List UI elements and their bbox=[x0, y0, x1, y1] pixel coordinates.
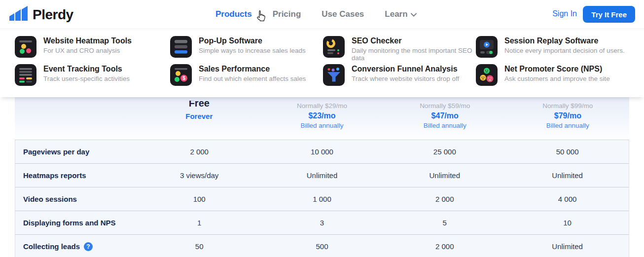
cell-value: 3 bbox=[261, 219, 384, 227]
menu-item-event-tracking[interactable]: Event Tracking Tools Track users-specifi… bbox=[15, 62, 170, 86]
feature-label: Displaying forms and NPS bbox=[15, 219, 138, 227]
cell-value: 3 views/day bbox=[138, 171, 261, 180]
cell-value: Unlimited bbox=[383, 171, 506, 180]
cell-value: 25 000 bbox=[383, 147, 506, 156]
plan-normally-price: Normally $99/mo bbox=[506, 101, 629, 110]
cell-value: 2 000 bbox=[138, 147, 261, 156]
plerdy-logo[interactable]: Plerdy bbox=[9, 5, 73, 24]
plan-header-band: Free Forever Normally $29/mo $23/mo Bill… bbox=[15, 97, 629, 139]
plerdy-logo-icon bbox=[9, 5, 29, 24]
menu-item-title: SEO Checker bbox=[352, 36, 476, 45]
menu-item-subtitle: Daily monitoring the most important SEO … bbox=[352, 47, 476, 62]
menu-item-seo-checker[interactable]: SEO Checker Daily monitoring the most im… bbox=[323, 34, 476, 62]
plan-billing-note: Billed annually bbox=[384, 121, 506, 130]
cell-value: 2 000 bbox=[383, 195, 506, 203]
mega-menu-grid: Website Heatmap Tools For UX and CRO ana… bbox=[0, 29, 644, 89]
menu-item-subtitle: Track where website visitors drop off bbox=[352, 75, 459, 82]
menu-item-sales-performance[interactable]: $ Sales Performance Find out which eleme… bbox=[170, 62, 323, 86]
nav-item-products[interactable]: Products bbox=[215, 9, 252, 19]
try-it-free-button[interactable]: Try It Free bbox=[583, 6, 635, 23]
menu-item-session-replay[interactable]: Session Replay Software Notice every imp… bbox=[476, 34, 639, 62]
feature-label: Video sessions bbox=[15, 195, 138, 203]
table-row-collecting-leads: Collecting leads ? 50 500 2 000 Unlimite… bbox=[15, 235, 629, 257]
plan-column-free: Free Forever bbox=[138, 97, 260, 139]
menu-item-title: Website Heatmap Tools bbox=[43, 36, 132, 45]
menu-item-title: Sales Performance bbox=[199, 64, 306, 73]
table-row-heatmaps: Heatmaps reports 3 views/day Unlimited U… bbox=[15, 164, 629, 187]
cell-value: 1 000 bbox=[261, 195, 384, 203]
plan-normally-price: Normally $29/mo bbox=[260, 101, 383, 110]
nav-item-use-cases[interactable]: Use Cases bbox=[322, 9, 364, 19]
menu-item-title: Net Promoter Score (NPS) bbox=[504, 64, 610, 73]
plan-price: $23/mo bbox=[260, 110, 383, 121]
menu-item-popup-software[interactable]: Pop-Up Software Simple ways to increase … bbox=[170, 34, 323, 62]
plan-column-2: Normally $59/mo $47/mo Billed annually bbox=[384, 97, 506, 139]
cell-value: 500 bbox=[261, 242, 384, 251]
feature-column-header bbox=[15, 97, 138, 139]
plan-billing-note: Billed annually bbox=[260, 121, 383, 130]
cell-value: 10 000 bbox=[261, 147, 384, 156]
plan-billing-note: Billed annually bbox=[506, 121, 629, 130]
main-nav: Products Pricing Use Cases Learn bbox=[215, 0, 417, 29]
svg-text:$: $ bbox=[182, 75, 185, 81]
plan-price: $79/mo bbox=[506, 110, 629, 121]
cell-value: 5 bbox=[383, 219, 506, 227]
cell-value: Unlimited bbox=[506, 242, 629, 251]
menu-item-subtitle: Notice every important decision of users… bbox=[504, 47, 625, 54]
funnel-icon bbox=[323, 64, 345, 86]
seo-checker-icon bbox=[323, 36, 345, 58]
table-row-pageviews: Pageviews per day 2 000 10 000 25 000 50… bbox=[15, 140, 629, 164]
menu-item-website-heatmap-tools[interactable]: Website Heatmap Tools For UX and CRO ana… bbox=[15, 34, 170, 62]
menu-item-title: Conversion Funnel Analysis bbox=[352, 64, 459, 73]
heatmap-icon bbox=[15, 36, 36, 58]
nav-item-pricing[interactable]: Pricing bbox=[273, 9, 301, 19]
nav-item-learn[interactable]: Learn bbox=[385, 9, 416, 19]
cell-value: 2 000 bbox=[383, 242, 506, 251]
session-replay-icon bbox=[476, 36, 498, 58]
menu-item-title: Event Tracking Tools bbox=[43, 64, 130, 73]
nav-item-learn-label: Learn bbox=[385, 9, 407, 19]
menu-item-subtitle: Ask customers and improve the site bbox=[504, 75, 610, 82]
cell-value: 100 bbox=[138, 195, 261, 203]
pricing-comparison-table: Free Forever Normally $29/mo $23/mo Bill… bbox=[15, 97, 629, 257]
cell-value: 4 000 bbox=[506, 195, 629, 203]
menu-item-conversion-funnel[interactable]: Conversion Funnel Analysis Track where w… bbox=[323, 62, 476, 86]
sales-performance-icon: $ bbox=[170, 64, 192, 86]
table-row-video-sessions: Video sessions 100 1 000 2 000 4 000 bbox=[15, 187, 629, 211]
table-row-forms-nps: Displaying forms and NPS 1 3 5 10 bbox=[15, 211, 629, 235]
cell-value: Unlimited bbox=[506, 171, 629, 180]
plan-price: $47/mo bbox=[384, 110, 506, 121]
plan-name-free: Free bbox=[138, 101, 260, 109]
cell-value: 10 bbox=[506, 219, 629, 227]
plan-column-1: Normally $29/mo $23/mo Billed annually bbox=[260, 97, 383, 139]
menu-item-title: Pop-Up Software bbox=[199, 36, 306, 45]
feature-label: Collecting leads bbox=[23, 242, 80, 251]
feature-label: Pageviews per day bbox=[15, 147, 138, 156]
cell-value: 1 bbox=[138, 219, 261, 227]
menu-item-subtitle: Simple ways to increase sales leads bbox=[199, 47, 306, 54]
nps-icon bbox=[476, 64, 498, 86]
plan-column-3: Normally $99/mo $79/mo Billed annually bbox=[506, 97, 629, 139]
top-navigation-bar: Plerdy Products Pricing Use Cases Learn … bbox=[0, 0, 644, 29]
cell-value: 50 bbox=[138, 242, 261, 251]
plerdy-logo-text: Plerdy bbox=[33, 7, 73, 23]
help-icon[interactable]: ? bbox=[84, 242, 93, 251]
popup-icon bbox=[170, 36, 192, 58]
chevron-down-icon bbox=[411, 9, 417, 19]
cell-value: Unlimited bbox=[261, 171, 384, 180]
menu-item-subtitle: Find out which element affects sales bbox=[199, 75, 306, 82]
products-mega-menu: Website Heatmap Tools For UX and CRO ana… bbox=[0, 29, 644, 97]
sign-in-link[interactable]: Sign In bbox=[552, 9, 577, 18]
plan-normally-price: Normally $59/mo bbox=[384, 101, 506, 110]
plerdy-page: Plerdy Products Pricing Use Cases Learn … bbox=[0, 0, 644, 257]
menu-item-subtitle: For UX and CRO analysis bbox=[43, 47, 132, 54]
plan-subname-forever: Forever bbox=[138, 112, 260, 120]
feature-label-with-help: Collecting leads ? bbox=[15, 242, 138, 251]
feature-label: Heatmaps reports bbox=[15, 171, 138, 180]
cell-value: 50 000 bbox=[506, 147, 629, 156]
menu-item-subtitle: Track users-specific activities bbox=[43, 75, 130, 82]
menu-item-nps[interactable]: Net Promoter Score (NPS) Ask customers a… bbox=[476, 62, 639, 86]
menu-item-title: Session Replay Software bbox=[504, 36, 625, 45]
event-tracking-icon bbox=[15, 64, 36, 86]
feature-rows: Pageviews per day 2 000 10 000 25 000 50… bbox=[15, 140, 629, 257]
